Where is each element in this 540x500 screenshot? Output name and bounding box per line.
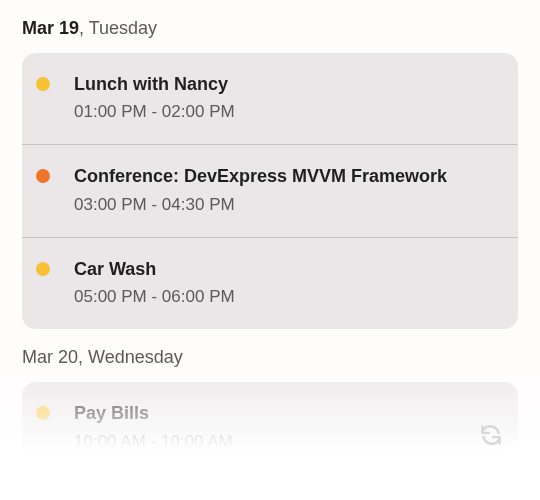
event-time: 03:00 PM - 04:30 PM [74, 195, 504, 215]
event-title: Conference: DevExpress MVVM Framework [74, 165, 504, 188]
event-list-day2: Pay Bills 10:00 AM - 10:00 AM [22, 382, 518, 473]
date-header: Mar 19, Tuesday [0, 0, 540, 53]
event-dot-icon [36, 406, 50, 420]
event-item[interactable]: Lunch with Nancy 01:00 PM - 02:00 PM [22, 53, 518, 145]
event-time: 05:00 PM - 06:00 PM [74, 287, 504, 307]
event-dot-icon [36, 77, 50, 91]
event-time: 01:00 PM - 02:00 PM [74, 102, 504, 122]
event-content: Pay Bills 10:00 AM - 10:00 AM [74, 402, 504, 451]
event-dot-icon [36, 169, 50, 183]
event-title: Pay Bills [74, 402, 504, 425]
event-title: Lunch with Nancy [74, 73, 504, 96]
date-rest: , Tuesday [79, 18, 157, 38]
date-bold: Mar 19 [22, 18, 79, 38]
event-title: Car Wash [74, 258, 504, 281]
date-header: Mar 20, Wednesday [0, 329, 540, 382]
event-time: 10:00 AM - 10:00 AM [74, 432, 504, 452]
refresh-icon[interactable] [478, 422, 504, 448]
event-content: Lunch with Nancy 01:00 PM - 02:00 PM [74, 73, 504, 122]
event-dot-icon [36, 262, 50, 276]
event-item[interactable]: Pay Bills 10:00 AM - 10:00 AM [22, 382, 518, 473]
event-list-day1: Lunch with Nancy 01:00 PM - 02:00 PM Con… [22, 53, 518, 329]
event-content: Car Wash 05:00 PM - 06:00 PM [74, 258, 504, 307]
date-full: Mar 20, Wednesday [22, 347, 183, 367]
event-content: Conference: DevExpress MVVM Framework 03… [74, 165, 504, 214]
event-item[interactable]: Conference: DevExpress MVVM Framework 03… [22, 145, 518, 237]
event-item[interactable]: Car Wash 05:00 PM - 06:00 PM [22, 238, 518, 329]
